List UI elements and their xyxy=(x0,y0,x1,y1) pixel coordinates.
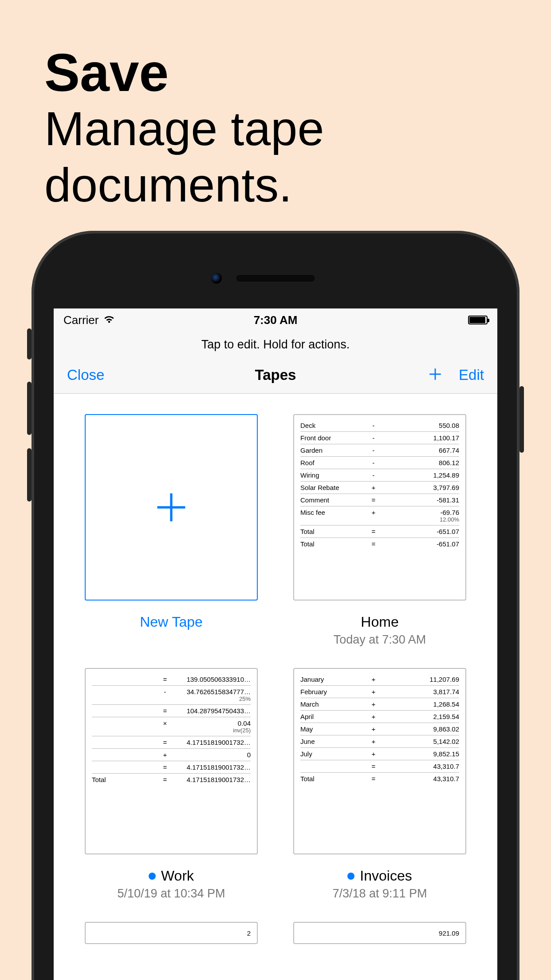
tape-row: Misc fee+-69.7612.00% xyxy=(300,506,459,526)
tape-row: =4.17151819001732… xyxy=(92,761,251,774)
promo-line-2: documents. xyxy=(44,157,324,213)
phone-vol-up xyxy=(27,382,31,435)
tape-card-invoices[interactable]: January+11,207.69February+3,817.74March+… xyxy=(293,668,466,854)
tape-grid: New Tape Deck-550.08Front door-1,100.17G… xyxy=(54,394,497,944)
tape-row: +0 xyxy=(92,749,251,761)
tape-row: March+1,268.54 xyxy=(300,698,459,711)
tape-row: Roof-806.12 xyxy=(300,457,459,469)
promo-line-1: Manage tape xyxy=(44,100,324,157)
hint-text: Tap to edit. Hold for actions. xyxy=(54,332,497,360)
tape-row: ×0.04inv(25) xyxy=(92,717,251,736)
tape-row: =139.050506333910… xyxy=(92,673,251,686)
tape-subtitle-work: 5/10/19 at 10:34 PM xyxy=(117,887,225,901)
tape-card-extra-1[interactable]: 2 xyxy=(85,922,258,944)
tape-row: January+11,207.69 xyxy=(300,673,459,686)
phone-frame: Carrier 7:30 AM Tap to edit. Hold for ac… xyxy=(31,231,520,980)
tape-row: Comment=-581.31 xyxy=(300,494,459,506)
tape-row: -34.7626515834777…25% xyxy=(92,686,251,705)
tape-subtitle-invoices: 7/3/18 at 9:11 PM xyxy=(332,887,427,901)
tape-row: Wiring-1,254.89 xyxy=(300,469,459,482)
phone-vol-down xyxy=(27,448,31,502)
wifi-icon xyxy=(103,312,115,328)
tape-row: February+3,817.74 xyxy=(300,686,459,698)
tape-row: =104.287954750433… xyxy=(92,705,251,717)
promo-headline: Save Manage tape documents. xyxy=(44,44,324,213)
add-button[interactable] xyxy=(428,367,443,383)
tape-row: June+5,142.02 xyxy=(300,735,459,748)
plus-icon xyxy=(153,489,190,526)
tape-card-home[interactable]: Deck-550.08Front door-1,100.17Garden-667… xyxy=(293,414,466,601)
unsynced-dot-icon xyxy=(347,873,354,880)
battery-icon xyxy=(468,316,488,324)
nav-bar: Close Tapes Edit xyxy=(54,360,497,394)
phone-camera xyxy=(211,273,222,284)
phone-mute-switch xyxy=(27,328,31,360)
carrier-label: Carrier xyxy=(63,313,98,327)
tape-row: Total=4.17151819001732… xyxy=(92,774,251,786)
tape-title-invoices[interactable]: Invoices xyxy=(347,868,412,884)
tape-title-home[interactable]: Home xyxy=(361,614,398,630)
phone-screen: Carrier 7:30 AM Tap to edit. Hold for ac… xyxy=(54,308,497,980)
nav-title: Tapes xyxy=(255,367,296,383)
tape-row: =4.17151819001732… xyxy=(92,736,251,749)
phone-speaker xyxy=(236,274,315,282)
unsynced-dot-icon xyxy=(149,873,156,880)
status-time: 7:30 AM xyxy=(205,313,346,327)
tape-title-work[interactable]: Work xyxy=(149,868,194,884)
tape-card-extra-2[interactable]: 921.09 xyxy=(293,922,466,944)
tape-row: April+2,159.54 xyxy=(300,711,459,723)
status-bar: Carrier 7:30 AM xyxy=(54,308,497,332)
edit-button[interactable]: Edit xyxy=(459,367,484,383)
new-tape-label[interactable]: New Tape xyxy=(140,614,203,630)
tape-row: July+9,852.15 xyxy=(300,748,459,760)
tape-row: Solar Rebate+3,797.69 xyxy=(300,482,459,494)
tape-row: Total=-651.07 xyxy=(300,526,459,538)
tape-subtitle-home: Today at 7:30 AM xyxy=(334,633,426,647)
tape-row: Garden-667.74 xyxy=(300,444,459,457)
tape-row: May+9,863.02 xyxy=(300,723,459,735)
phone-power-button xyxy=(520,386,524,453)
new-tape-card[interactable] xyxy=(85,414,258,601)
close-button[interactable]: Close xyxy=(67,367,104,383)
tape-row: Total=43,310.7 xyxy=(300,773,459,785)
tape-row: Deck-550.08 xyxy=(300,419,459,432)
promo-bold: Save xyxy=(44,44,324,100)
tape-row: Front door-1,100.17 xyxy=(300,432,459,444)
tape-row: Total=-651.07 xyxy=(300,538,459,550)
tape-card-work[interactable]: =139.050506333910…-34.7626515834777…25%=… xyxy=(85,668,258,854)
tape-row: =43,310.7 xyxy=(300,760,459,773)
